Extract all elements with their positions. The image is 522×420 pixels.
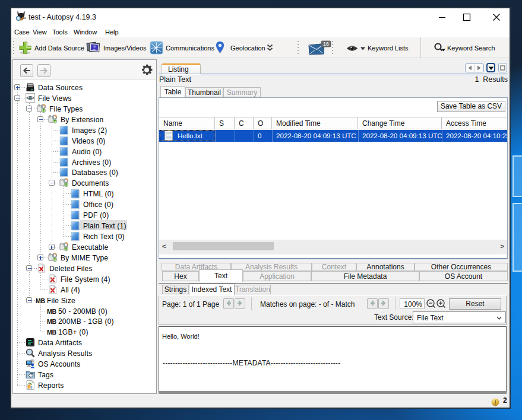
svg-text:16: 16 [323,41,329,47]
